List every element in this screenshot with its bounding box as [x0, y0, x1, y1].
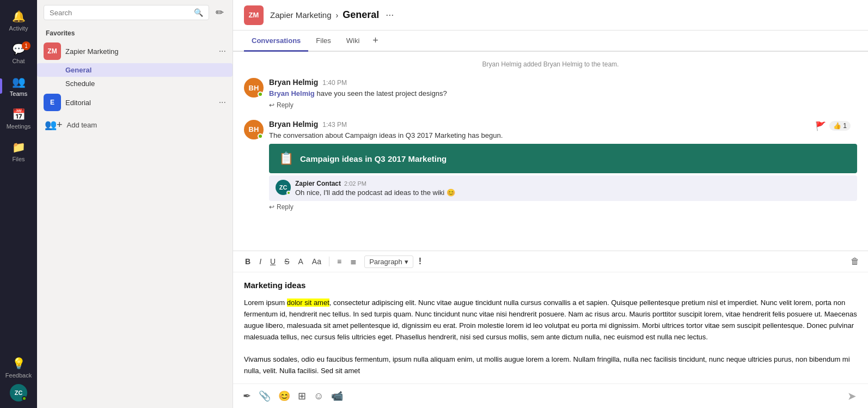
team-name-zapier-marketing: Zapier Marketing: [65, 47, 215, 56]
paragraph-chevron: ▾: [405, 258, 408, 266]
toolbar-important[interactable]: !: [415, 254, 425, 269]
sidebar: 🔍 ✏ Favorites ZM Zapier Marketing ··· Ge…: [37, 0, 233, 408]
feedback-icon: 💡: [12, 357, 26, 370]
team-more-icon-zapier-marketing[interactable]: ···: [219, 46, 226, 56]
reply-button-1[interactable]: ↩ Reply: [269, 101, 857, 109]
msg-time-2: 1:43 PM: [322, 121, 347, 129]
channel-header-avatar: ZM: [244, 5, 264, 25]
msg-online-dot-2: [258, 133, 263, 139]
nav-item-activity[interactable]: 🔔 Activity: [0, 4, 37, 37]
system-message: Bryan Helmig added Bryan Helmig to the t…: [244, 58, 857, 70]
channel-breadcrumb-arrow: ›: [336, 11, 339, 20]
channel-item-general[interactable]: General: [37, 63, 233, 77]
compose-button[interactable]: ✏: [213, 4, 226, 21]
footer-emoji-icon[interactable]: 😊: [276, 388, 292, 404]
add-team-label: Add team: [67, 121, 97, 129]
tab-add-button[interactable]: +: [367, 31, 384, 51]
nav-label-chat: Chat: [12, 58, 25, 64]
editor-highlighted-text: dolor sit amet: [287, 299, 329, 307]
tab-wiki[interactable]: Wiki: [339, 31, 368, 52]
reply-label-2: Reply: [277, 203, 294, 211]
editor-title: Marketing ideas: [244, 279, 857, 292]
team-more-icon-editorial[interactable]: ···: [219, 98, 226, 107]
nested-reply-1: ZC Zapier Contact 2:02 PM Oh nice, I'll …: [269, 175, 857, 201]
nested-time-1: 2:02 PM: [344, 180, 366, 187]
nav-label-teams: Teams: [10, 90, 27, 97]
user-online-indicator: [22, 396, 27, 401]
nav-item-chat[interactable]: 💬 Chat 1: [0, 37, 37, 70]
msg-text-suffix-1: have you seen the latest project designs…: [316, 89, 447, 98]
team-avatar-zapier-marketing: ZM: [44, 42, 61, 60]
channel-header: ZM Zapier Marketing › General ···: [233, 0, 868, 31]
team-name-editorial: Editorial: [65, 99, 215, 107]
nested-sender-1: Zapier Contact: [295, 180, 341, 187]
editor-body[interactable]: Marketing ideas Lorem ipsum dolor sit am…: [233, 272, 868, 383]
msg-reactions-2: 🚩 👍 1: [815, 121, 851, 131]
channel-team-name: Zapier Marketing: [270, 10, 332, 20]
toolbar-numbered[interactable]: ≣: [347, 255, 360, 268]
channel-options-icon[interactable]: ···: [386, 9, 394, 21]
campaign-card-icon: 📋: [279, 151, 294, 166]
nav-item-feedback[interactable]: 💡 Feedback: [3, 351, 34, 384]
footer-sticker-icon[interactable]: ☺: [311, 388, 326, 404]
tab-conversations[interactable]: Conversations: [244, 31, 308, 52]
team-avatar-editorial: E: [44, 94, 61, 111]
nav-bar: 🔔 Activity 💬 Chat 1 👥 Teams 📅 Meetings 📁…: [0, 0, 37, 408]
add-team-button[interactable]: 👥+ Add team: [37, 114, 233, 135]
reply-icon-2: ↩: [269, 203, 274, 211]
nav-item-files[interactable]: 📁 Files: [0, 135, 37, 168]
team-item-zapier-marketing[interactable]: ZM Zapier Marketing ···: [37, 39, 233, 63]
nested-avatar-1: ZC: [276, 180, 291, 195]
toolbar-bullets[interactable]: ≡: [334, 255, 345, 268]
msg-initials-2: BH: [249, 125, 259, 133]
editor-text-before: Lorem ipsum: [244, 299, 287, 307]
msg-body-1: Bryan Helmig 1:40 PM Bryan Helmig have y…: [269, 78, 857, 109]
team-item-editorial[interactable]: E Editorial ···: [37, 90, 233, 114]
nav-item-teams[interactable]: 👥 Teams: [0, 70, 37, 102]
send-button[interactable]: ➤: [843, 387, 860, 405]
chat-badge: 1: [22, 41, 30, 50]
msg-initials-1: BH: [249, 84, 259, 92]
nav-item-meetings[interactable]: 📅 Meetings: [0, 102, 37, 135]
toolbar-italic[interactable]: I: [256, 255, 265, 268]
search-box[interactable]: 🔍: [44, 5, 209, 20]
meetings-icon: 📅: [12, 108, 26, 121]
like-count: 1: [843, 122, 847, 130]
user-avatar[interactable]: ZC: [10, 384, 27, 401]
msg-header-2: Bryan Helmig 1:43 PM: [269, 120, 857, 129]
like-icon: 👍: [833, 122, 841, 130]
editor-container: B I U S A Aa ≡ ≣ Paragraph ▾ ! 🗑 Marketi…: [233, 251, 868, 408]
msg-mention-1: Bryan Helmig: [269, 89, 315, 98]
message-group-1: BH Bryan Helmig 1:40 PM Bryan Helmig hav…: [244, 75, 857, 112]
toolbar-font-color[interactable]: A: [295, 255, 306, 268]
msg-body-2: Bryan Helmig 1:43 PM The conversation ab…: [269, 120, 857, 211]
add-team-icon: 👥+: [45, 119, 63, 131]
footer-giphy-icon[interactable]: ⊞: [296, 388, 308, 404]
toolbar-font-size[interactable]: Aa: [309, 255, 325, 268]
toolbar-delete[interactable]: 🗑: [851, 257, 859, 266]
nested-text-1: Oh nice, I'll add the podcast ad ideas t…: [295, 188, 455, 197]
teams-icon: 👥: [12, 75, 26, 88]
campaign-card[interactable]: 📋 Campaign ideas in Q3 2017 Marketing: [269, 144, 857, 173]
msg-text-2: The conversation about Campaign ideas in…: [269, 130, 857, 141]
toolbar-underline[interactable]: U: [267, 255, 279, 268]
footer-format-icon[interactable]: ✒: [241, 388, 253, 404]
footer-video-icon[interactable]: 📹: [329, 388, 345, 404]
toolbar-paragraph[interactable]: Paragraph ▾: [364, 255, 413, 268]
reply-label-1: Reply: [277, 101, 294, 109]
nested-body-1: Zapier Contact 2:02 PM Oh nice, I'll add…: [295, 180, 455, 197]
editor-text-after: , consectetur adipiscing elit. Nunc vita…: [244, 299, 857, 340]
reply-button-2[interactable]: ↩ Reply: [269, 203, 857, 211]
search-icon[interactable]: 🔍: [194, 8, 203, 17]
editor-paragraph-2: Vivamus sodales, odio eu faucibus fermen…: [244, 354, 857, 377]
toolbar-bold[interactable]: B: [242, 255, 254, 268]
tab-files[interactable]: Files: [308, 31, 338, 52]
user-initials: ZC: [15, 389, 23, 396]
bookmark-reaction[interactable]: 🚩: [815, 121, 826, 131]
footer-attach-icon[interactable]: 📎: [256, 388, 273, 404]
channel-item-schedule[interactable]: Schedule: [37, 77, 233, 90]
search-input[interactable]: [50, 9, 191, 17]
like-reaction[interactable]: 👍 1: [829, 121, 851, 131]
nav-label-files: Files: [12, 156, 25, 162]
toolbar-strikethrough[interactable]: S: [281, 255, 292, 268]
